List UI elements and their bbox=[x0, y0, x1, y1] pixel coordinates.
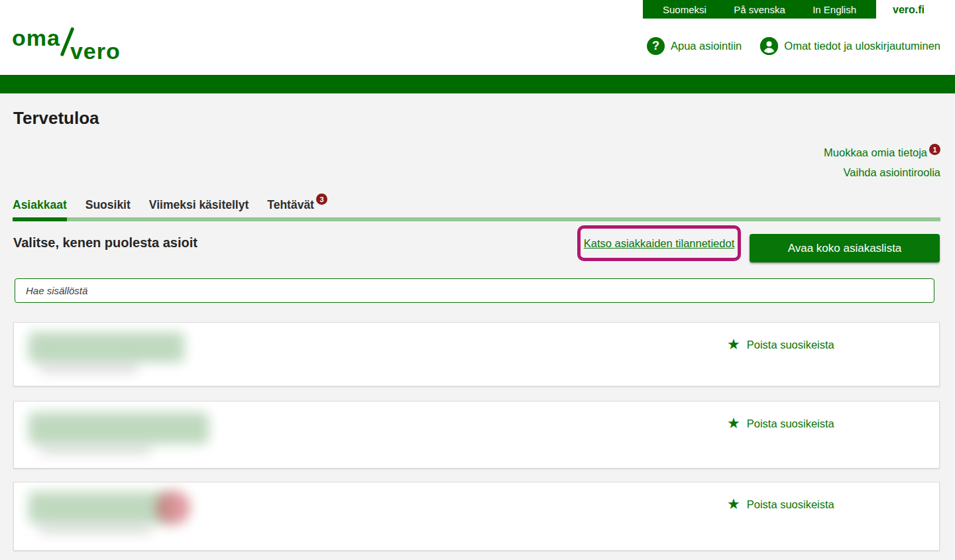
redacted-customer-name bbox=[28, 332, 184, 363]
customer-card[interactable]: ★ Poista suosikeista bbox=[13, 401, 940, 469]
redacted-customer-id bbox=[39, 445, 152, 455]
tab-tehtavat-label: Tehtävät bbox=[267, 198, 314, 211]
search-input[interactable] bbox=[15, 278, 934, 303]
section-title: Valitse, kenen puolesta asioit bbox=[13, 235, 197, 251]
redacted-customer-id bbox=[39, 525, 152, 534]
omavero-logo[interactable]: oma vero bbox=[12, 27, 121, 62]
tab-bar: Asiakkaat Suosikit Viimeksi käsitellyt T… bbox=[13, 198, 940, 221]
customer-card[interactable]: ★ Poista suosikeista bbox=[13, 482, 940, 551]
account-link-label: Omat tiedot ja uloskirjautuminen bbox=[784, 40, 940, 52]
vero-fi-link[interactable]: vero.fi bbox=[893, 4, 925, 16]
star-icon: ★ bbox=[727, 337, 740, 352]
logo-text-oma: oma bbox=[12, 27, 60, 49]
customer-card[interactable]: ★ Poista suosikeista bbox=[13, 322, 940, 386]
redacted-customer-name bbox=[28, 412, 209, 444]
question-mark-icon: ? bbox=[647, 37, 665, 55]
tab-suosikit[interactable]: Suosikit bbox=[85, 198, 131, 221]
open-customer-list-button[interactable]: Avaa koko asiakaslista bbox=[750, 234, 940, 262]
language-link-swedish[interactable]: På svenska bbox=[734, 4, 785, 15]
page-title: Tervetuloa bbox=[13, 108, 99, 129]
help-link[interactable]: ? Apua asiointiin bbox=[647, 37, 742, 55]
logo-text-vero: vero bbox=[70, 40, 121, 62]
remove-favorite-control[interactable]: ★ Poista suosikeista bbox=[727, 416, 834, 431]
remove-favorite-label: Poista suosikeista bbox=[747, 418, 834, 430]
tehtavat-badge: 3 bbox=[316, 194, 327, 205]
annotation-highlight-box: Katso asiakkaiden tilannetiedot bbox=[577, 225, 741, 261]
header-links: ? Apua asiointiin Omat tiedot ja uloskir… bbox=[647, 37, 940, 55]
tab-tehtavat[interactable]: Tehtävät3 bbox=[267, 198, 327, 221]
language-link-english[interactable]: In English bbox=[813, 4, 856, 15]
redacted-alert-badge bbox=[156, 490, 190, 525]
change-role-link[interactable]: Vaihda asiointiroolia bbox=[844, 166, 940, 178]
customer-status-link[interactable]: Katso asiakkaiden tilannetiedot bbox=[584, 237, 735, 250]
redacted-customer-id bbox=[39, 364, 139, 373]
star-icon: ★ bbox=[727, 416, 740, 431]
remove-favorite-control[interactable]: ★ Poista suosikeista bbox=[727, 337, 834, 352]
redacted-customer-name bbox=[28, 492, 169, 524]
star-icon: ★ bbox=[727, 497, 740, 512]
edit-own-info-link[interactable]: Muokkaa omia tietoja bbox=[824, 146, 927, 158]
language-bar: Suomeksi På svenska In English bbox=[643, 0, 876, 19]
account-link[interactable]: Omat tiedot ja uloskirjautuminen bbox=[760, 37, 940, 55]
green-divider-band bbox=[0, 75, 955, 93]
remove-favorite-control[interactable]: ★ Poista suosikeista bbox=[727, 497, 834, 512]
person-icon bbox=[760, 37, 778, 55]
language-link-finnish[interactable]: Suomeksi bbox=[663, 4, 706, 15]
remove-favorite-label: Poista suosikeista bbox=[747, 339, 834, 351]
omavero-page: oma vero ? Apua asiointiin Omat tiedot j… bbox=[0, 0, 955, 560]
edit-info-badge: 1 bbox=[929, 144, 940, 155]
remove-favorite-label: Poista suosikeista bbox=[747, 498, 834, 511]
tab-asiakkaat[interactable]: Asiakkaat bbox=[13, 198, 67, 221]
help-link-label: Apua asiointiin bbox=[671, 40, 742, 52]
profile-links: Muokkaa omia tietoja1 Vaihda asiointiroo… bbox=[824, 146, 940, 186]
tab-viimeksi-kasitellyt[interactable]: Viimeksi käsitellyt bbox=[149, 198, 249, 221]
